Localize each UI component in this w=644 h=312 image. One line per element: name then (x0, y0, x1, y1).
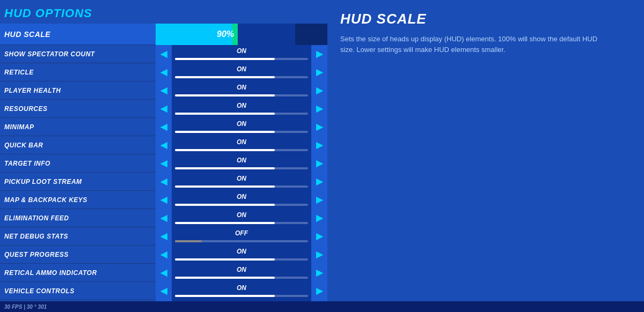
setting-control-12: ◀ ON ▶ (156, 264, 327, 282)
setting-row-net-debug-stats: NET DEBUG STATS ◀ OFF ▶ (0, 227, 327, 246)
setting-name-6: TARGET INFO (0, 160, 156, 167)
slider-fill-4 (175, 131, 275, 133)
slider-container-7: ON (172, 173, 311, 191)
slider-container-1: ON (172, 63, 311, 81)
setting-row-retical-ammo-indicator: RETICAL AMMO INDICATOR ◀ ON ▶ (0, 264, 327, 282)
detail-title: HUD SCALE (340, 11, 631, 27)
hud-scale-control: 90% (156, 24, 327, 45)
slider-container-9: ON (172, 209, 311, 227)
right-arrow-2[interactable]: ▶ (311, 81, 327, 100)
main-container: HUD OPTIONS HUD SCALE 90% SHOW SPECTATOR… (0, 0, 644, 301)
slider-track-10 (175, 240, 308, 242)
left-arrow-3[interactable]: ◀ (156, 100, 172, 118)
left-arrow-9[interactable]: ◀ (156, 209, 172, 227)
value-5: ON (172, 138, 311, 146)
right-arrow-11[interactable]: ▶ (311, 246, 327, 264)
setting-row-pickup-loot-stream: PICKUP LOOT STREAM ◀ ON ▶ (0, 173, 327, 191)
value-10: OFF (172, 229, 311, 237)
slider-container-11: ON (172, 246, 311, 264)
hud-scale-value: 90% (156, 29, 295, 39)
slider-fill-8 (175, 204, 275, 206)
hud-scale-slider[interactable]: 90% (156, 24, 295, 45)
value-1: ON (172, 65, 311, 73)
right-arrow-12[interactable]: ▶ (311, 264, 327, 282)
setting-control-0: ◀ ON ▶ (156, 45, 327, 63)
right-arrow-4[interactable]: ▶ (311, 118, 327, 136)
slider-container-6: ON (172, 154, 311, 173)
setting-control-13: ◀ ON ▶ (156, 282, 327, 300)
slider-container-12: ON (172, 264, 311, 282)
left-arrow-4[interactable]: ◀ (156, 118, 172, 136)
setting-row-minimap: MINIMAP ◀ ON ▶ (0, 118, 327, 136)
setting-name-7: PICKUP LOOT STREAM (0, 178, 156, 185)
hud-scale-row: HUD SCALE 90% (0, 24, 327, 45)
value-8: ON (172, 193, 311, 200)
left-arrow-6[interactable]: ◀ (156, 154, 172, 173)
setting-control-3: ◀ ON ▶ (156, 100, 327, 118)
setting-row-vehicle-controls: VEHICLE CONTROLS ◀ ON ▶ (0, 282, 327, 300)
left-arrow-13[interactable]: ◀ (156, 282, 172, 300)
value-13: ON (172, 284, 311, 292)
left-arrow-5[interactable]: ◀ (156, 136, 172, 154)
value-7: ON (172, 175, 311, 182)
left-arrow-0[interactable]: ◀ (156, 45, 172, 63)
left-arrow-11[interactable]: ◀ (156, 246, 172, 264)
setting-row-target-info: TARGET INFO ◀ ON ▶ (0, 154, 327, 173)
panel-title: HUD OPTIONS (0, 4, 327, 24)
value-0: ON (172, 47, 311, 55)
left-arrow-12[interactable]: ◀ (156, 264, 172, 282)
slider-fill-5 (175, 149, 275, 151)
hud-scale-label: HUD SCALE (0, 30, 156, 39)
right-arrow-7[interactable]: ▶ (311, 173, 327, 191)
slider-track-7 (175, 185, 308, 188)
value-9: ON (172, 211, 311, 219)
setting-name-5: QUICK BAR (0, 142, 156, 149)
value-12: ON (172, 266, 311, 273)
slider-fill-13 (175, 295, 275, 297)
setting-control-11: ◀ ON ▶ (156, 246, 327, 264)
right-arrow-13[interactable]: ▶ (311, 282, 327, 300)
setting-control-14: ◀ OFF ▶ (156, 300, 327, 302)
left-arrow-10[interactable]: ◀ (156, 227, 172, 246)
slider-fill-10 (175, 240, 202, 242)
slider-fill-3 (175, 113, 275, 115)
left-arrow-2[interactable]: ◀ (156, 81, 172, 100)
slider-container-8: ON (172, 191, 311, 209)
right-arrow-10[interactable]: ▶ (311, 227, 327, 246)
left-arrow-7[interactable]: ◀ (156, 173, 172, 191)
right-arrow-8[interactable]: ▶ (311, 191, 327, 209)
slider-track-5 (175, 149, 308, 151)
setting-row-show-spectator-count: SHOW SPECTATOR COUNT ◀ ON ▶ (0, 45, 327, 63)
slider-container-14: OFF (172, 300, 311, 302)
slider-container-10: OFF (172, 227, 311, 246)
hud-scale-end (295, 24, 327, 45)
slider-container-4: ON (172, 118, 311, 136)
right-arrow-6[interactable]: ▶ (311, 154, 327, 173)
slider-fill-11 (175, 258, 275, 261)
slider-fill-2 (175, 94, 275, 96)
left-panel: HUD OPTIONS HUD SCALE 90% SHOW SPECTATOR… (0, 0, 327, 301)
setting-name-10: NET DEBUG STATS (0, 233, 156, 240)
value-11: ON (172, 248, 311, 255)
left-arrow-8[interactable]: ◀ (156, 191, 172, 209)
right-arrow-0[interactable]: ▶ (311, 45, 327, 63)
left-arrow-1[interactable]: ◀ (156, 63, 172, 81)
slider-fill-9 (175, 222, 275, 224)
setting-control-5: ◀ ON ▶ (156, 136, 327, 154)
right-arrow-1[interactable]: ▶ (311, 63, 327, 81)
right-arrow-5[interactable]: ▶ (311, 136, 327, 154)
bottom-bar: 30 FPS | 30 ° 301 (0, 301, 644, 312)
setting-name-4: MINIMAP (0, 123, 156, 131)
slider-track-13 (175, 295, 308, 297)
slider-container-0: ON (172, 45, 311, 63)
setting-row-elimination-feed: ELIMINATION FEED ◀ ON ▶ (0, 209, 327, 227)
setting-control-10: ◀ OFF ▶ (156, 227, 327, 246)
right-panel: HUD SCALE Sets the size of heads up disp… (327, 0, 644, 301)
fps-counter: 30 FPS | 30 ° 301 (4, 304, 47, 310)
setting-name-1: RETICLE (0, 69, 156, 76)
setting-name-13: VEHICLE CONTROLS (0, 287, 156, 295)
setting-control-6: ◀ ON ▶ (156, 154, 327, 173)
slider-track-0 (175, 58, 308, 60)
right-arrow-9[interactable]: ▶ (311, 209, 327, 227)
right-arrow-3[interactable]: ▶ (311, 100, 327, 118)
